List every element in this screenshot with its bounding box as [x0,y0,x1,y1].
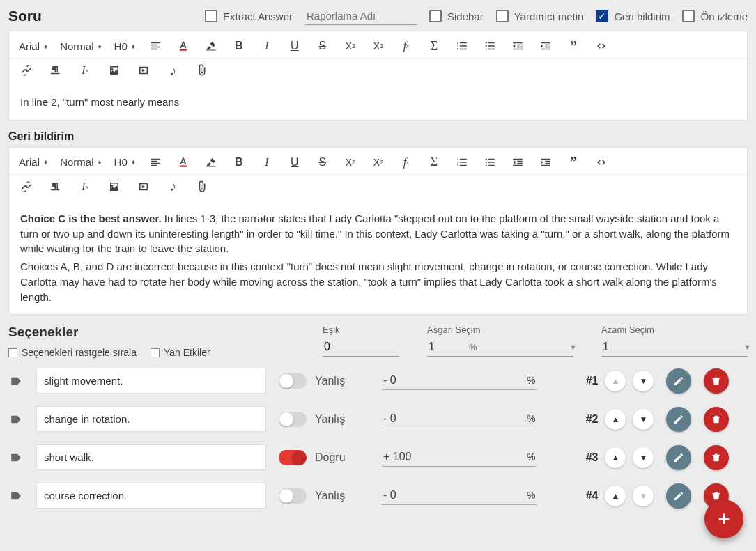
edit-choice-button[interactable] [666,368,691,394]
unordered-list-icon[interactable] [482,155,497,170]
function-icon[interactable]: fx [399,155,414,170]
edit-choice-button[interactable] [666,407,691,432]
edit-choice-button[interactable] [666,483,691,509]
sidebar-checkbox[interactable]: Sidebar [429,10,484,22]
font-weight-select[interactable]: Normal♦ [60,40,101,52]
italic-icon[interactable]: I [259,38,275,54]
correct-toggle[interactable] [279,412,307,427]
sigma-icon[interactable]: Σ [426,155,442,170]
link-icon[interactable] [19,63,34,78]
preview-checkbox[interactable]: Ön izleme [682,10,748,22]
strikethrough-icon[interactable]: S [315,155,330,170]
sigma-icon[interactable]: Σ [426,38,442,54]
min-selection-input[interactable] [427,338,569,356]
font-weight-select[interactable]: Normal♦ [60,156,101,168]
ordered-list-icon[interactable] [454,38,470,54]
paragraph-direction-icon[interactable] [48,63,63,78]
move-up-button[interactable]: ▲ [605,486,626,506]
chevron-down-icon[interactable]: ▼ [569,343,577,351]
score-input[interactable] [383,412,523,425]
audio-icon[interactable]: ♪ [165,179,180,194]
underline-icon[interactable]: U [287,155,302,170]
move-up-button[interactable]: ▲ [605,409,626,430]
heading-select[interactable]: H0♦ [114,156,135,168]
score-input[interactable] [383,451,523,463]
clear-format-icon[interactable]: Ix [77,63,93,78]
text-color-icon[interactable] [176,38,191,54]
question-editor-content[interactable]: In line 2, "turn" most nearly means [9,85,747,120]
tag-icon[interactable] [8,490,24,502]
align-left-icon[interactable] [148,155,163,170]
correct-toggle[interactable] [279,373,307,389]
attachment-icon[interactable] [194,179,210,194]
choice-text-input[interactable] [36,406,266,432]
italic-icon[interactable]: I [259,155,275,170]
superscript-icon[interactable]: X2 [371,155,386,170]
align-left-icon[interactable] [148,38,163,54]
score-input[interactable] [383,374,523,387]
randomize-checkbox[interactable]: Seçenekleri rastgele sırala [8,347,137,358]
underline-icon[interactable]: U [287,38,302,54]
highlight-icon[interactable] [203,155,219,170]
function-icon[interactable]: fx [399,38,414,54]
choice-text-input[interactable] [36,368,266,394]
extract-answer-checkbox[interactable]: Extract Answer [205,10,293,22]
outdent-icon[interactable] [510,38,525,54]
score-input[interactable] [383,489,523,502]
ordered-list-icon[interactable] [454,155,470,170]
clear-format-icon[interactable]: Ix [77,179,93,194]
link-icon[interactable] [19,179,34,194]
indent-icon[interactable] [538,155,553,170]
strikethrough-icon[interactable]: S [315,38,330,54]
delete-choice-button[interactable] [704,445,729,470]
max-selection-input[interactable] [601,338,743,356]
video-icon[interactable] [136,63,151,78]
choice-text-input[interactable] [36,483,266,509]
move-down-button[interactable]: ▼ [633,409,654,430]
correct-toggle[interactable] [279,488,307,504]
tag-icon[interactable] [8,375,24,387]
choice-text-input[interactable] [36,444,266,470]
image-icon[interactable] [107,179,122,194]
checkbox-icon [205,10,217,22]
chevron-down-icon[interactable]: ▼ [743,343,751,351]
audio-icon[interactable]: ♪ [165,63,180,78]
delete-choice-button[interactable] [704,407,729,432]
superscript-icon[interactable]: X2 [371,38,386,54]
image-icon[interactable] [107,63,122,78]
correct-toggle[interactable] [279,450,307,465]
feedback-editor-content[interactable]: Choice C is the best answer. In lines 1-… [9,201,747,315]
move-up-button[interactable]: ▲ [605,447,626,468]
font-family-select[interactable]: Arial♦ [19,40,47,52]
outdent-icon[interactable] [510,155,525,170]
move-down-button[interactable]: ▼ [633,447,654,468]
font-family-select[interactable]: Arial♦ [19,156,47,168]
delete-choice-button[interactable] [704,368,729,394]
choice-row: Yanlış % #2 ▲ ▼ [8,406,748,432]
move-down-button[interactable]: ▼ [633,371,654,391]
code-icon[interactable] [594,155,609,170]
edit-choice-button[interactable] [666,445,691,470]
subscript-icon[interactable]: X2 [343,38,358,54]
quote-icon[interactable]: ” [566,38,581,54]
unordered-list-icon[interactable] [482,38,497,54]
indent-icon[interactable] [538,38,553,54]
text-color-icon[interactable] [176,155,191,170]
side-effects-checkbox[interactable]: Yan Etkiler [151,347,210,358]
highlight-icon[interactable] [203,38,219,54]
report-name-input[interactable] [305,7,417,25]
video-icon[interactable] [136,179,151,194]
helper-text-checkbox[interactable]: Yardımcı metin [496,10,584,22]
bold-icon[interactable]: B [231,155,247,170]
tag-icon[interactable] [8,451,24,464]
code-icon[interactable] [594,38,609,54]
feedback-checkbox[interactable]: Geri bildirim [596,10,670,22]
paragraph-direction-icon[interactable] [48,179,63,194]
attachment-icon[interactable] [194,63,210,78]
tag-icon[interactable] [8,413,24,426]
bold-icon[interactable]: B [231,38,247,54]
subscript-icon[interactable]: X2 [343,155,358,170]
heading-select[interactable]: H0♦ [114,40,135,52]
quote-icon[interactable]: ” [566,155,581,170]
add-choice-fab[interactable]: + [704,499,743,538]
